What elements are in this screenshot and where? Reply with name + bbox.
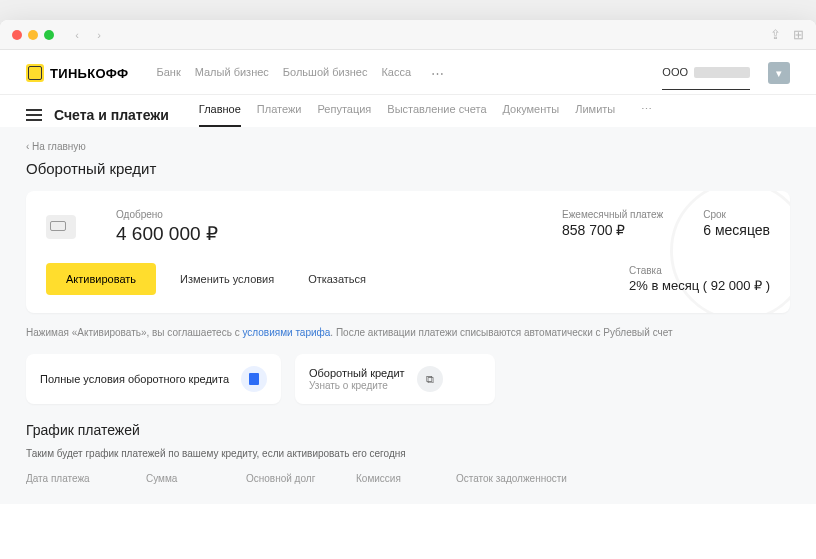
disclaimer-text: Нажимая «Активировать», вы соглашаетесь … <box>26 325 790 340</box>
change-terms-button[interactable]: Изменить условия <box>170 265 284 293</box>
learn-credit-card[interactable]: Оборотный кредит Узнать о кредите ⧉ <box>295 354 495 404</box>
shield-icon <box>26 64 44 82</box>
topnav-bank[interactable]: Банк <box>156 66 180 81</box>
tab-payments[interactable]: Платежи <box>257 103 302 127</box>
col-date: Дата платежа <box>26 473 146 484</box>
learn-credit-sub: Узнать о кредите <box>309 380 405 391</box>
tabs-icon[interactable]: ⊞ <box>793 27 804 42</box>
tab-reputation[interactable]: Репутация <box>317 103 371 127</box>
account-prefix: ООО <box>662 66 688 78</box>
topnav-small-biz[interactable]: Малый бизнес <box>195 66 269 81</box>
account-selector[interactable]: ООО <box>662 66 750 80</box>
activate-button[interactable]: Активировать <box>46 263 156 295</box>
account-name-redacted <box>694 67 750 78</box>
monthly-label: Ежемесячный платеж <box>562 209 663 220</box>
tabs-more-icon[interactable]: ⋯ <box>641 103 652 127</box>
approved-label: Одобрено <box>116 209 218 220</box>
nav-back-button[interactable]: ‹ <box>68 26 86 44</box>
close-window-icon[interactable] <box>12 30 22 40</box>
tab-invoice[interactable]: Выставление счета <box>387 103 486 127</box>
back-link[interactable]: ‹ На главную <box>26 141 790 152</box>
schedule-subtext: Таким будет график платежей по вашему кр… <box>26 448 790 459</box>
tab-limits[interactable]: Лимиты <box>575 103 615 127</box>
topnav-more-icon[interactable]: ⋯ <box>431 66 444 81</box>
tabs: Главное Платежи Репутация Выставление сч… <box>199 103 652 127</box>
page-heading: Оборотный кредит <box>26 160 790 177</box>
brand-name: ТИНЬКОФФ <box>50 66 128 81</box>
minimize-window-icon[interactable] <box>28 30 38 40</box>
col-sum: Сумма <box>146 473 246 484</box>
topnav-kassa[interactable]: Касса <box>381 66 411 81</box>
top-nav: Банк Малый бизнес Большой бизнес Касса ⋯ <box>156 66 444 81</box>
wallet-icon <box>46 215 76 239</box>
nav-forward-button[interactable]: › <box>90 26 108 44</box>
approved-value: 4 600 000 ₽ <box>116 222 218 245</box>
decline-button[interactable]: Отказаться <box>298 265 376 293</box>
document-icon <box>241 366 267 392</box>
watermark-icon <box>670 191 790 313</box>
credit-offer-card: Одобрено 4 600 000 ₽ Ежемесячный платеж … <box>26 191 790 313</box>
monthly-value: 858 700 ₽ <box>562 222 663 238</box>
maximize-window-icon[interactable] <box>44 30 54 40</box>
tab-documents[interactable]: Документы <box>503 103 560 127</box>
page-title: Счета и платежи <box>54 107 169 123</box>
learn-credit-title: Оборотный кредит <box>309 367 405 379</box>
link-icon: ⧉ <box>417 366 443 392</box>
share-icon[interactable]: ⇪ <box>770 27 781 42</box>
tab-main[interactable]: Главное <box>199 103 241 127</box>
brand-logo[interactable]: ТИНЬКОФФ <box>26 64 128 82</box>
window-titlebar: ‹ › ⇪ ⊞ <box>0 20 816 50</box>
menu-icon[interactable] <box>26 109 42 121</box>
col-principal: Основной долг <box>246 473 356 484</box>
schedule-heading: График платежей <box>26 422 790 438</box>
col-balance: Остаток задолженности <box>456 473 790 484</box>
tariff-terms-link[interactable]: условиями тарифа <box>242 327 330 338</box>
topnav-big-biz[interactable]: Большой бизнес <box>283 66 368 81</box>
user-menu-button[interactable]: ▾ <box>768 62 790 84</box>
full-terms-card[interactable]: Полные условия оборотного кредита <box>26 354 281 404</box>
schedule-table-header: Дата платежа Сумма Основной долг Комисси… <box>26 473 790 484</box>
col-commission: Комиссия <box>356 473 456 484</box>
full-terms-title: Полные условия оборотного кредита <box>40 373 229 385</box>
